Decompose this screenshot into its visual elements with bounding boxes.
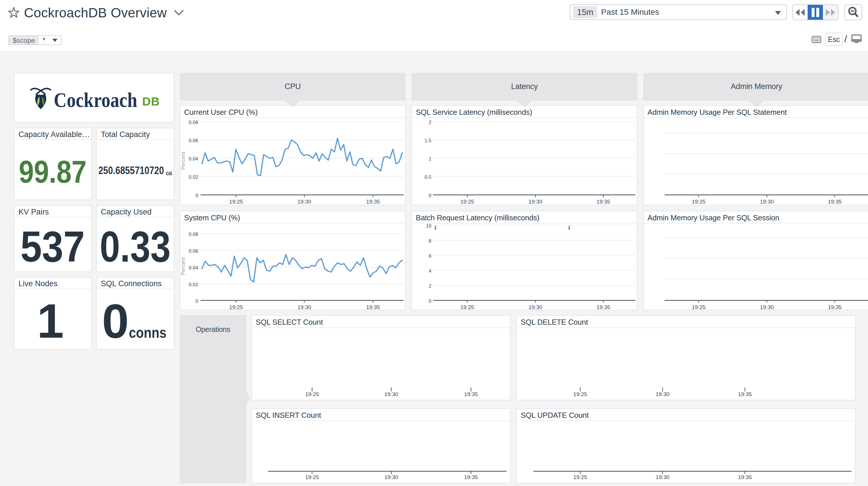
svg-text:19:25: 19:25 — [305, 391, 319, 397]
svg-text:19:25: 19:25 — [573, 391, 587, 397]
svg-text:19:30: 19:30 — [384, 474, 398, 480]
svg-text:1: 1 — [429, 156, 431, 162]
svg-text:Percent: Percent — [180, 152, 186, 170]
svg-text:19:35: 19:35 — [366, 199, 380, 205]
svg-text:0.06: 0.06 — [189, 138, 198, 143]
svg-text:19:35: 19:35 — [596, 304, 610, 310]
svg-text:4: 4 — [429, 268, 431, 274]
svg-text:2: 2 — [429, 120, 431, 125]
svg-text:19:25: 19:25 — [460, 304, 474, 310]
svg-text:19:35: 19:35 — [828, 199, 842, 205]
svg-text:19:35: 19:35 — [738, 391, 752, 397]
svg-text:19:25: 19:25 — [305, 474, 319, 480]
svg-text:19:30: 19:30 — [760, 304, 774, 310]
svg-text:0.5: 0.5 — [425, 174, 431, 180]
svg-text:19:30: 19:30 — [656, 391, 670, 397]
svg-text:0.02: 0.02 — [189, 174, 198, 180]
svg-text:19:35: 19:35 — [464, 391, 478, 397]
svg-text:19:35: 19:35 — [738, 474, 752, 480]
svg-text:19:30: 19:30 — [297, 199, 311, 205]
svg-text:19:30: 19:30 — [656, 474, 670, 480]
svg-text:19:25: 19:25 — [692, 304, 706, 310]
svg-text:2: 2 — [429, 283, 431, 289]
svg-text:0.06: 0.06 — [189, 248, 198, 254]
svg-text:19:30: 19:30 — [528, 199, 542, 205]
svg-text:Percent: Percent — [180, 257, 186, 275]
svg-text:19:30: 19:30 — [528, 304, 542, 310]
svg-text:19:25: 19:25 — [692, 199, 706, 205]
svg-text:10: 10 — [426, 223, 431, 229]
svg-text:19:25: 19:25 — [229, 199, 243, 205]
svg-text:0.04: 0.04 — [189, 265, 198, 270]
svg-text:19:25: 19:25 — [573, 474, 587, 480]
svg-text:19:30: 19:30 — [760, 199, 774, 205]
svg-text:19:30: 19:30 — [297, 304, 311, 310]
svg-text:8: 8 — [429, 238, 431, 244]
svg-text:6: 6 — [429, 253, 431, 259]
svg-text:0: 0 — [196, 298, 198, 304]
svg-text:19:35: 19:35 — [828, 304, 842, 310]
svg-text:1.5: 1.5 — [425, 138, 431, 143]
svg-text:19:30: 19:30 — [384, 391, 398, 397]
svg-text:0: 0 — [196, 193, 198, 198]
svg-text:19:25: 19:25 — [460, 199, 474, 205]
svg-text:0.08: 0.08 — [189, 120, 198, 125]
svg-text:0.02: 0.02 — [189, 282, 198, 287]
svg-text:0.04: 0.04 — [189, 156, 198, 162]
svg-text:DB: DB — [142, 95, 160, 108]
svg-text:Cockroach: Cockroach — [54, 88, 137, 112]
svg-text:19:35: 19:35 — [366, 304, 380, 310]
svg-text:0.08: 0.08 — [189, 232, 198, 237]
svg-text:19:35: 19:35 — [464, 474, 478, 480]
svg-text:0: 0 — [429, 193, 431, 198]
svg-text:0: 0 — [429, 298, 431, 304]
svg-text:19:35: 19:35 — [596, 199, 610, 205]
svg-text:19:25: 19:25 — [229, 304, 243, 310]
